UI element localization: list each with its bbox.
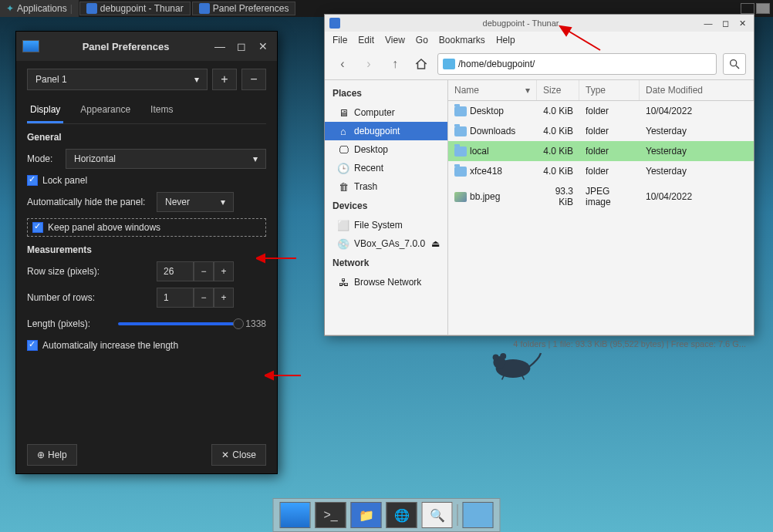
fm-file-list[interactable]: Desktop4.0 KiBfolder10/04/2022Downloads4… (448, 101, 754, 212)
sidebar-filesystem[interactable]: ⬜File System (325, 216, 447, 234)
close-label: Close (232, 450, 256, 460)
sidebar-computer[interactable]: 🖥Computer (325, 103, 447, 122)
workspace-2[interactable] (756, 3, 770, 14)
sidebar-recent-label: Recent (354, 163, 383, 173)
minimize-button[interactable]: — (212, 39, 228, 54)
dock-directory[interactable] (463, 502, 494, 528)
dock-terminal[interactable]: >_ (316, 502, 346, 528)
slider-thumb[interactable] (233, 318, 244, 329)
column-date[interactable]: Date Modified (640, 80, 754, 100)
file-size-cell: 4.0 KiB (537, 124, 579, 138)
dock-app-finder[interactable]: 🔍 (422, 502, 453, 528)
task-thunar[interactable]: debugpoint - Thunar (79, 2, 191, 15)
row-size-spinner[interactable]: 26 − + (157, 261, 234, 281)
home-button[interactable] (411, 54, 431, 74)
row-size-increase[interactable]: + (214, 261, 234, 281)
back-button[interactable]: ‹ (332, 54, 353, 74)
fm-close-button[interactable]: ✕ (735, 17, 749, 29)
panel-selector[interactable]: Panel 1 ▾ (27, 69, 208, 90)
keep-above-row[interactable]: Keep panel above windows (27, 218, 266, 237)
path-bar[interactable]: /home/debugpoint/ (437, 53, 717, 75)
close-icon: ✕ (221, 450, 229, 460)
file-size-cell: 93.3 KiB (537, 184, 579, 209)
dock-web-browser[interactable]: 🌐 (386, 502, 417, 528)
sidebar-trash-label: Trash (354, 181, 377, 192)
help-button[interactable]: ⊕ Help (27, 444, 77, 466)
menu-go[interactable]: Go (416, 35, 428, 45)
length-slider[interactable] (118, 322, 239, 325)
prefs-title: Panel Preferences (46, 41, 206, 52)
menu-view[interactable]: View (385, 35, 405, 45)
file-name-cell: Downloads (448, 124, 537, 138)
row-size-value[interactable]: 26 (157, 261, 194, 281)
lock-panel-checkbox[interactable] (27, 175, 38, 186)
maximize-button[interactable]: ◻ (234, 39, 249, 54)
sidebar-trash[interactable]: 🗑Trash (325, 177, 447, 196)
keep-above-checkbox[interactable] (32, 222, 43, 233)
dock-file-manager[interactable]: 📁 (351, 502, 382, 528)
menu-file[interactable]: File (332, 35, 347, 45)
prefs-titlebar[interactable]: Panel Preferences — ◻ ✕ (16, 32, 277, 61)
length-value: 1338 (245, 318, 266, 329)
svg-point-0 (731, 60, 737, 66)
panel-selector-label: Panel 1 (35, 74, 67, 85)
file-row[interactable]: bb.jpeg93.3 KiBJPEG image10/04/2022 (448, 181, 754, 212)
workspace-1[interactable] (741, 3, 754, 14)
file-row[interactable]: Desktop4.0 KiBfolder10/04/2022 (448, 101, 754, 121)
dock-separator (457, 504, 458, 526)
file-size-cell: 4.0 KiB (537, 164, 579, 178)
search-button[interactable] (723, 53, 746, 75)
applications-menu[interactable]: ✦ Applications | (0, 0, 79, 17)
file-type-cell: folder (579, 164, 640, 178)
fm-minimize-button[interactable]: — (701, 17, 715, 29)
file-row[interactable]: xfce4184.0 KiBfolderYesterday (448, 161, 754, 181)
chevron-down-icon: ▾ (221, 197, 225, 207)
task-panel-prefs[interactable]: Panel Preferences (192, 2, 296, 15)
tab-items[interactable]: Items (147, 98, 176, 123)
close-window-button[interactable]: ✕ (255, 39, 271, 54)
file-row[interactable]: local4.0 KiBfolderYesterday (448, 141, 754, 161)
sidebar-desktop[interactable]: 🖵Desktop (325, 140, 447, 159)
column-type[interactable]: Type (579, 80, 640, 100)
num-rows-value[interactable]: 1 (157, 288, 194, 308)
file-row[interactable]: Downloads4.0 KiBfolderYesterday (448, 121, 754, 141)
eject-icon[interactable]: ⏏ (431, 238, 440, 249)
auto-length-checkbox[interactable] (27, 340, 38, 351)
mode-dropdown[interactable]: Horizontal ▾ (66, 149, 266, 169)
column-name[interactable]: Name▾ (448, 80, 537, 100)
forward-button[interactable]: › (359, 54, 379, 74)
tab-display[interactable]: Display (27, 98, 63, 123)
workspace-switcher[interactable] (741, 3, 770, 14)
menu-bookmarks[interactable]: Bookmarks (439, 35, 485, 45)
fm-titlebar[interactable]: debugpoint - Thunar — ◻ ✕ (325, 15, 754, 32)
menu-edit[interactable]: Edit (358, 35, 374, 45)
lock-panel-row[interactable]: Lock panel (27, 175, 266, 186)
add-panel-button[interactable]: + (212, 69, 237, 90)
remove-panel-button[interactable]: − (241, 69, 266, 90)
num-rows-spinner[interactable]: 1 − + (157, 288, 234, 308)
num-rows-increase[interactable]: + (214, 288, 234, 308)
sidebar-home[interactable]: ⌂debugpoint (325, 122, 447, 140)
close-button[interactable]: ✕ Close (211, 444, 266, 466)
tab-appearance[interactable]: Appearance (77, 98, 133, 123)
computer-icon: 🖥 (337, 106, 349, 119)
sidebar-browse-network[interactable]: 🖧Browse Network (325, 273, 447, 291)
sidebar-recent[interactable]: 🕒Recent (325, 159, 447, 177)
autohide-dropdown[interactable]: Never ▾ (157, 192, 234, 212)
prefs-tabs: Display Appearance Items (27, 98, 266, 124)
num-rows-decrease[interactable]: − (194, 288, 214, 308)
row-size-decrease[interactable]: − (194, 261, 214, 281)
auto-length-row[interactable]: Automatically increase the length (27, 340, 266, 351)
sidebar-vbox[interactable]: 💿VBox_GAs_7.0.0⏏ (325, 234, 447, 253)
svg-line-1 (736, 66, 739, 69)
up-button[interactable]: ↑ (385, 54, 405, 74)
fm-body: Places 🖥Computer ⌂debugpoint 🖵Desktop 🕒R… (325, 80, 754, 335)
network-icon: 🖧 (337, 276, 349, 288)
general-section-label: General (27, 132, 266, 143)
annotation-arrow-2 (265, 369, 303, 382)
menu-help[interactable]: Help (496, 35, 515, 45)
column-size[interactable]: Size (537, 80, 579, 100)
dock-show-desktop[interactable] (280, 502, 311, 528)
fm-maximize-button[interactable]: ◻ (718, 17, 732, 29)
fm-window-icon (329, 18, 340, 29)
